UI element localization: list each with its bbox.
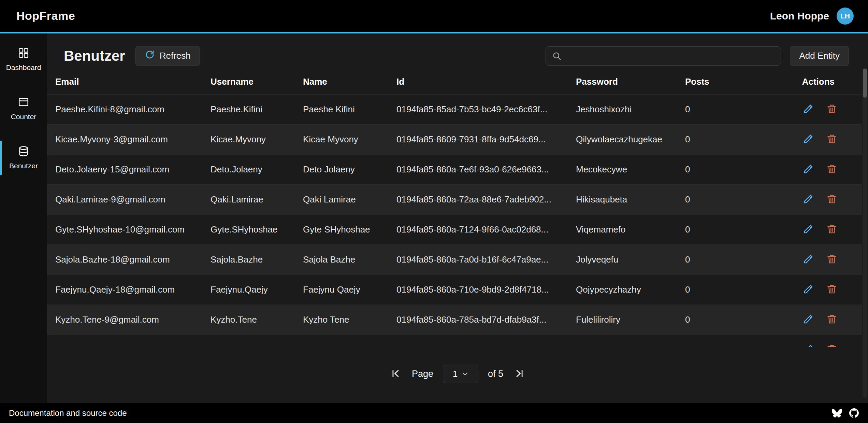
page-select[interactable]: 1 xyxy=(443,365,478,383)
avatar[interactable]: LH xyxy=(837,8,854,25)
pencil-icon xyxy=(803,164,814,174)
delete-button[interactable] xyxy=(826,254,837,266)
search-input[interactable] xyxy=(566,51,775,61)
sidebar-item-label: Benutzer xyxy=(9,162,38,170)
table-viewport: Email Username Name Id Password Posts Ac… xyxy=(47,69,868,347)
edit-button[interactable] xyxy=(803,284,814,296)
app-brand[interactable]: HopFrame xyxy=(16,9,75,23)
column-header-id: Id xyxy=(388,69,568,94)
cell-id: 0194fa85-860a-72aa-88e6-7adeb902... xyxy=(388,184,568,214)
pencil-icon xyxy=(803,103,814,114)
cell-posts: 0 xyxy=(677,305,753,335)
trash-icon xyxy=(826,224,837,235)
table-body: Paeshe.Kifini-8@gmail.com Paeshe.Kifini … xyxy=(47,94,862,347)
edit-button[interactable] xyxy=(803,314,814,326)
cell-email: Deto.Jolaeny-15@gmail.com xyxy=(47,154,202,184)
page-label: Page xyxy=(412,369,433,379)
app-shell: Dashboard Counter Benutzer Benutzer Refr… xyxy=(0,33,868,403)
footer-icons xyxy=(832,408,859,418)
table-row[interactable]: Deto.Jolaeny-15@gmail.com Deto.Jolaeny D… xyxy=(47,154,862,184)
delete-button[interactable] xyxy=(826,224,837,236)
cell-username xyxy=(202,335,295,347)
cell-id xyxy=(388,335,568,347)
bluesky-icon[interactable] xyxy=(832,408,842,418)
pencil-icon xyxy=(803,224,814,235)
last-page-icon xyxy=(514,368,524,379)
last-page-button[interactable] xyxy=(513,367,526,381)
cell-posts: 0 xyxy=(677,154,753,184)
table-row[interactable]: Qaki.Lamirae-9@gmail.com Qaki.Lamirae Qa… xyxy=(47,184,862,214)
dashboard-grid-icon xyxy=(18,47,29,60)
table-row[interactable]: Kyzho.Tene-9@gmail.com Kyzho.Tene Kyzho … xyxy=(47,305,862,335)
pencil-icon xyxy=(803,194,814,205)
cell-posts xyxy=(677,335,753,347)
edit-button[interactable] xyxy=(803,344,814,347)
table-row[interactable]: Gyte.SHyhoshae-10@gmail.com Gyte.SHyhosh… xyxy=(47,214,862,244)
cell-username: Paeshe.Kifini xyxy=(202,94,295,124)
edit-button[interactable] xyxy=(803,194,814,206)
cell-id: 0194fa85-85ad-7b53-bc49-2ec6c63f... xyxy=(388,94,568,124)
cell-username: Gyte.SHyhoshae xyxy=(202,214,295,244)
top-bar: HopFrame Leon Hoppe LH xyxy=(0,0,868,32)
database-icon xyxy=(18,145,29,158)
of-label: of xyxy=(488,369,496,379)
cell-name: Faejynu Qaejy xyxy=(295,274,388,305)
pencil-icon xyxy=(803,133,814,144)
search-icon xyxy=(552,51,562,61)
edit-button[interactable] xyxy=(803,164,814,175)
sidebar-item-dashboard[interactable]: Dashboard xyxy=(0,42,47,76)
cell-password: Mecokecywe xyxy=(568,154,677,184)
pagination: Page 1 of 5 xyxy=(47,365,868,383)
scrollbar-track[interactable] xyxy=(863,68,867,398)
first-page-button[interactable] xyxy=(389,367,402,381)
sidebar-item-counter[interactable]: Counter xyxy=(0,91,47,126)
cell-id: 0194fa85-860a-785a-bd7d-dfab9a3f... xyxy=(388,305,568,335)
pencil-icon xyxy=(803,254,814,265)
counter-icon xyxy=(18,96,29,109)
table-row[interactable]: Faejynu.Qaejy-18@gmail.com Faejynu.Qaejy… xyxy=(47,274,862,305)
cell-email: Faejynu.Qaejy-18@gmail.com xyxy=(47,274,202,305)
cell-name: Kyzho Tene xyxy=(295,305,388,335)
edit-button[interactable] xyxy=(803,103,814,115)
cell-id: 0194fa85-8609-7931-8ffa-9d54dc69... xyxy=(388,124,568,154)
table-row[interactable] xyxy=(47,335,862,347)
delete-button[interactable] xyxy=(826,344,837,347)
sidebar-item-label: Dashboard xyxy=(6,64,41,72)
cell-password: Jeshoshixozhi xyxy=(568,94,677,124)
delete-button[interactable] xyxy=(826,164,837,175)
column-header-posts: Posts xyxy=(677,69,753,94)
refresh-icon xyxy=(145,50,155,62)
trash-icon xyxy=(826,254,837,265)
first-page-icon xyxy=(391,368,401,379)
edit-button[interactable] xyxy=(803,133,814,145)
edit-button[interactable] xyxy=(803,224,814,236)
table-row[interactable]: Paeshe.Kifini-8@gmail.com Paeshe.Kifini … xyxy=(47,94,862,124)
scrollbar-thumb[interactable] xyxy=(863,69,867,98)
cell-actions xyxy=(753,244,862,274)
cell-password xyxy=(568,335,677,347)
footer-link[interactable]: Documentation and source code xyxy=(9,408,127,418)
delete-button[interactable] xyxy=(826,133,837,145)
chevron-down-icon xyxy=(462,370,468,377)
delete-button[interactable] xyxy=(826,194,837,206)
github-icon[interactable] xyxy=(849,408,859,418)
add-entity-button[interactable]: Add Entity xyxy=(790,46,849,66)
cell-email: Kicae.Myvony-3@gmail.com xyxy=(47,124,202,154)
column-header-username: Username xyxy=(202,69,295,94)
delete-button[interactable] xyxy=(826,103,837,115)
cell-actions xyxy=(753,274,862,305)
sidebar-item-benutzer[interactable]: Benutzer xyxy=(0,141,47,175)
table-row[interactable]: Sajola.Bazhe-18@gmail.com Sajola.Bazhe S… xyxy=(47,244,862,274)
delete-button[interactable] xyxy=(826,314,837,326)
table-row[interactable]: Kicae.Myvony-3@gmail.com Kicae.Myvony Ki… xyxy=(47,124,862,154)
delete-button[interactable] xyxy=(826,284,837,296)
cell-id: 0194fa85-860a-710e-9bd9-2d8f4718... xyxy=(388,274,568,305)
cell-email: Sajola.Bazhe-18@gmail.com xyxy=(47,244,202,274)
edit-button[interactable] xyxy=(803,254,814,266)
cell-actions xyxy=(753,184,862,214)
cell-email: Kyzho.Tene-9@gmail.com xyxy=(47,305,202,335)
cell-name xyxy=(295,335,388,347)
cell-actions xyxy=(753,124,862,154)
cell-username: Qaki.Lamirae xyxy=(202,184,295,214)
refresh-button[interactable]: Refresh xyxy=(135,46,200,66)
